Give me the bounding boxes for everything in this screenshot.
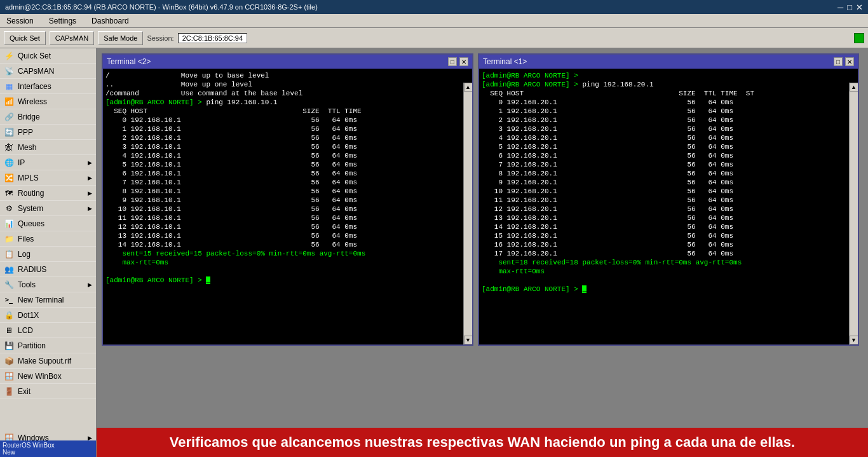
titlebar: admin@2C:C8:1B:65:8C:94 (RB ARCO NORTE) … (0, 0, 868, 14)
sidebar-label-new-terminal: New Terminal (18, 296, 64, 304)
terminal-1-scroll-up[interactable]: ▲ (850, 83, 858, 92)
tools-icon: 🔧 (4, 280, 14, 290)
capsman-button[interactable]: CAPsMAN (50, 31, 95, 45)
toolbar: Quick Set CAPsMAN Safe Mode Session: 2C:… (0, 28, 868, 48)
terminal-1-scrollbar[interactable]: ▲ ▼ (849, 83, 858, 344)
menu-settings[interactable]: Settings (45, 15, 80, 27)
sidebar-label-mesh: Mesh (18, 143, 36, 152)
sidebar-item-radius[interactable]: 👥 RADIUS (0, 262, 96, 277)
minimize-button[interactable]: ─ (837, 3, 843, 12)
sidebar-item-routing[interactable]: 🗺 Routing (0, 186, 96, 201)
close-button[interactable]: ✕ (856, 3, 863, 12)
brand-line1: RouterOS WinBox (3, 442, 94, 449)
queues-icon: 📊 (4, 219, 14, 229)
mpls-icon: 🔀 (4, 173, 14, 183)
terminal-1-maximize-button[interactable]: □ (834, 57, 843, 66)
interfaces-icon: ▦ (4, 81, 14, 92)
sidebar-item-make-supout[interactable]: 📦 Make Supout.rif (0, 353, 96, 369)
sidebar-item-capsman[interactable]: 📡 CAPsMAN (0, 64, 96, 79)
sidebar-label-wireless: Wireless (18, 97, 47, 106)
content-area: Terminal <2> □ ✕ / Move up to base level… (97, 48, 868, 457)
terminal-2-body[interactable]: / Move up to base level .. Move up one l… (103, 69, 472, 344)
brand-line2: New (3, 449, 94, 456)
sidebar-label-ppp: PPP (18, 128, 33, 137)
system-icon: ⚙ (4, 203, 14, 214)
terminal-1-titlebar[interactable]: Terminal <1> □ ✕ (479, 55, 858, 69)
terminal-2-content: / Move up to base level .. Move up one l… (103, 69, 472, 344)
sidebar-label-bridge: Bridge (18, 113, 40, 121)
sidebar-item-exit[interactable]: 🚪 Exit (0, 384, 96, 399)
sidebar-label-partition: Partition (18, 341, 46, 350)
sidebar-label-queues: Queues (18, 219, 44, 228)
sidebar-item-files[interactable]: 📁 Files (0, 231, 96, 247)
sidebar-item-log[interactable]: 📋 Log (0, 247, 96, 262)
sidebar: ⚡ Quick Set 📡 CAPsMAN ▦ Interfaces 📶 Wir… (0, 48, 97, 457)
exit-icon: 🚪 (4, 386, 14, 397)
titlebar-title: admin@2C:C8:1B:65:8C:94 (RB ARCO NORTE) … (5, 3, 318, 11)
sidebar-label-quick-set: Quick Set (18, 51, 51, 60)
sidebar-item-new-winbox[interactable]: 🪟 New WinBox (0, 369, 96, 384)
annotation-text: Verificamos que alcancemos nuestras resp… (170, 434, 795, 450)
terminal-1-scroll-down[interactable]: ▼ (850, 336, 858, 344)
dot1x-icon: 🔒 (4, 310, 14, 320)
terminal-2-controls: □ ✕ (448, 57, 468, 66)
terminal-1-content: [admin@RB ARCO NORTE] > [admin@RB ARCO N… (479, 69, 858, 344)
sidebar-item-system[interactable]: ⚙ System (0, 201, 96, 216)
sidebar-item-ip[interactable]: 🌐 IP (0, 155, 96, 170)
bridge-icon: 🔗 (4, 112, 14, 122)
files-icon: 📁 (4, 234, 14, 244)
sidebar-item-interfaces[interactable]: ▦ Interfaces (0, 79, 96, 94)
sidebar-item-queues[interactable]: 📊 Queues (0, 216, 96, 231)
sidebar-item-new-terminal[interactable]: >_ New Terminal (0, 292, 96, 308)
terminal-2-window: Terminal <2> □ ✕ / Move up to base level… (102, 53, 473, 346)
mesh-icon: 🕸 (4, 142, 14, 153)
terminal-1-title: Terminal <1> (483, 57, 527, 66)
terminal-1-body[interactable]: [admin@RB ARCO NORTE] > [admin@RB ARCO N… (479, 69, 858, 344)
routeros-brand: RouterOS WinBox New (0, 440, 97, 457)
sidebar-label-ip: IP (18, 158, 25, 167)
sidebar-label-dot1x: Dot1X (18, 311, 39, 320)
safe-mode-button[interactable]: Safe Mode (98, 31, 143, 45)
sidebar-item-mesh[interactable]: 🕸 Mesh (0, 140, 96, 155)
terminal-1-controls: □ ✕ (834, 57, 854, 66)
terminal-2-scrollbar[interactable]: ▲ ▼ (463, 83, 472, 344)
menu-dashboard[interactable]: Dashboard (88, 15, 133, 27)
new-terminal-icon: >_ (4, 295, 14, 305)
terminal-2-close-button[interactable]: ✕ (459, 57, 468, 66)
sidebar-label-radius: RADIUS (18, 265, 46, 274)
log-icon: 📋 (4, 249, 14, 259)
sidebar-item-bridge[interactable]: 🔗 Bridge (0, 109, 96, 125)
sidebar-label-lcd: LCD (18, 326, 33, 335)
sidebar-label-tools: Tools (18, 280, 36, 289)
terminal-2-scroll-down[interactable]: ▼ (464, 336, 473, 344)
new-winbox-icon: 🪟 (4, 371, 14, 381)
maximize-button[interactable]: □ (847, 3, 852, 12)
sidebar-item-tools[interactable]: 🔧 Tools (0, 277, 96, 292)
sidebar-item-wireless[interactable]: 📶 Wireless (0, 94, 96, 109)
sidebar-label-system: System (18, 204, 43, 213)
sidebar-label-interfaces: Interfaces (18, 82, 51, 91)
quick-set-icon: ⚡ (4, 51, 14, 61)
terminal-2-titlebar[interactable]: Terminal <2> □ ✕ (103, 55, 472, 69)
quick-set-button[interactable]: Quick Set (4, 31, 46, 45)
partition-icon: 💾 (4, 341, 14, 351)
ip-icon: 🌐 (4, 158, 14, 168)
sidebar-item-mpls[interactable]: 🔀 MPLS (0, 170, 96, 186)
titlebar-controls[interactable]: ─ □ ✕ (837, 3, 863, 12)
routing-icon: 🗺 (4, 188, 14, 198)
sidebar-item-dot1x[interactable]: 🔒 Dot1X (0, 308, 96, 323)
menu-session[interactable]: Session (3, 15, 37, 27)
sidebar-label-capsman: CAPsMAN (18, 67, 54, 76)
terminal-1-close-button[interactable]: ✕ (845, 57, 854, 66)
make-supout-icon: 📦 (4, 356, 14, 366)
session-value: 2C:C8:1B:65:8C:94 (178, 33, 247, 43)
sidebar-item-ppp[interactable]: 🔄 PPP (0, 125, 96, 140)
terminal-2-maximize-button[interactable]: □ (448, 57, 457, 66)
sidebar-item-partition[interactable]: 💾 Partition (0, 338, 96, 353)
terminal-2-scroll-up[interactable]: ▲ (464, 83, 473, 92)
sidebar-item-lcd[interactable]: 🖥 LCD (0, 323, 96, 338)
main-area: ⚡ Quick Set 📡 CAPsMAN ▦ Interfaces 📶 Wir… (0, 48, 868, 457)
radius-icon: 👥 (4, 264, 14, 275)
capsman-icon: 📡 (4, 66, 14, 76)
sidebar-item-quick-set[interactable]: ⚡ Quick Set (0, 48, 96, 64)
